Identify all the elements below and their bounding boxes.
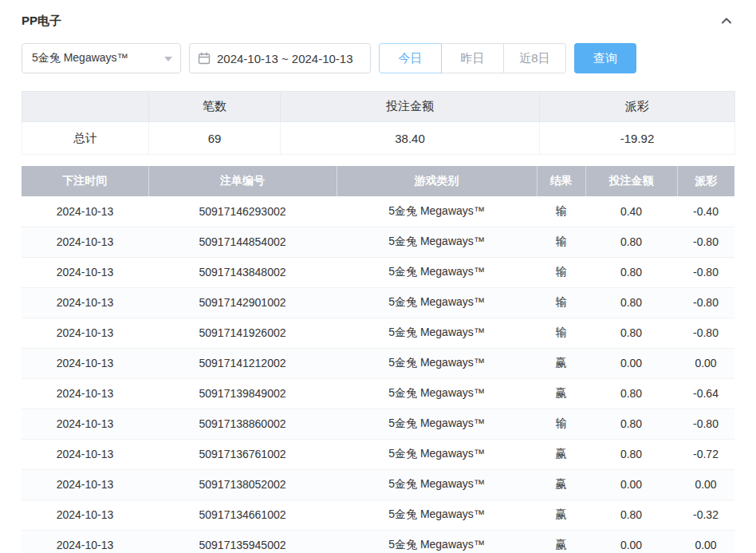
query-button[interactable]: 查询 — [574, 43, 636, 73]
cell-bet-time: 2024-10-13 — [22, 318, 148, 348]
cell-bet-amount: 0.80 — [585, 500, 677, 530]
cell-game-type: 5金兔 Megaways™ — [337, 318, 537, 348]
cell-payout: -0.80 — [677, 318, 734, 348]
table-row: 2024-10-13509171346610025金兔 Megaways™赢0.… — [22, 500, 734, 530]
cell-bet-time: 2024-10-13 — [22, 530, 148, 553]
cell-bet-time: 2024-10-13 — [22, 500, 148, 530]
summary-header-count: 笔数 — [149, 92, 281, 122]
summary-header-amount: 投注金额 — [281, 92, 540, 122]
cell-order-id: 50917141212002 — [148, 348, 337, 378]
cell-order-id: 50917134661002 — [148, 500, 337, 530]
cell-bet-time: 2024-10-13 — [22, 348, 148, 378]
summary-total-label: 总计 — [22, 122, 149, 155]
quick-button-yesterday[interactable]: 昨日 — [441, 43, 504, 73]
cell-bet-amount: 0.80 — [585, 439, 677, 469]
bet-records-table: 下注时间 注单编号 游戏类别 结果 投注金额 派彩 2024-10-135091… — [22, 166, 734, 553]
cell-order-id: 50917139849002 — [148, 378, 337, 409]
cell-result: 输 — [537, 196, 585, 227]
filter-bar: 5金兔 Megaways™ 2024-10-13 ~ 2024-10-13 今日… — [22, 43, 734, 73]
summary-table: 笔数 投注金额 派彩 总计 69 38.40 -19.92 — [22, 91, 735, 155]
cell-order-id: 50917144854002 — [148, 227, 337, 257]
cell-order-id: 50917136761002 — [148, 439, 337, 469]
pp-games-panel: PP电子 5金兔 Megaways™ 2024-10-13 ~ 2024-10-… — [0, 0, 756, 553]
table-row: 2024-10-13509171419260025金兔 Megaways™输0.… — [22, 318, 734, 348]
cell-bet-time: 2024-10-13 — [22, 227, 148, 257]
header-order-id: 注单编号 — [148, 166, 337, 196]
summary-total-row: 总计 69 38.40 -19.92 — [22, 122, 735, 155]
cell-result: 输 — [537, 287, 585, 318]
cell-bet-amount: 0.80 — [585, 287, 677, 318]
cell-bet-time: 2024-10-13 — [22, 469, 148, 500]
cell-game-type: 5金兔 Megaways™ — [337, 287, 537, 318]
cell-bet-amount: 0.80 — [585, 257, 677, 287]
cell-result: 赢 — [537, 439, 585, 469]
cell-bet-time: 2024-10-13 — [22, 287, 148, 318]
panel-header: PP电子 — [22, 13, 734, 29]
header-bet-time: 下注时间 — [22, 166, 148, 196]
cell-result: 赢 — [537, 378, 585, 409]
table-row: 2024-10-13509171462930025金兔 Megaways™输0.… — [22, 196, 734, 227]
table-row: 2024-10-13509171388600025金兔 Megaways™输0.… — [22, 409, 734, 439]
header-game-type: 游戏类别 — [337, 166, 537, 196]
date-range-input[interactable]: 2024-10-13 ~ 2024-10-13 — [189, 43, 371, 73]
header-bet-amount: 投注金额 — [585, 166, 677, 196]
cell-result: 赢 — [537, 500, 585, 530]
game-select[interactable]: 5金兔 Megaways™ — [22, 43, 181, 73]
header-result: 结果 — [537, 166, 585, 196]
cell-payout: 0.00 — [677, 530, 734, 553]
cell-order-id: 50917138052002 — [148, 469, 337, 500]
cell-payout: 0.00 — [677, 348, 734, 378]
cell-order-id: 50917142901002 — [148, 287, 337, 318]
table-row: 2024-10-13509171448540025金兔 Megaways™输0.… — [22, 227, 734, 257]
cell-order-id: 50917141926002 — [148, 318, 337, 348]
cell-bet-amount: 0.00 — [585, 469, 677, 500]
cell-payout: -0.40 — [677, 196, 734, 227]
summary-header-blank — [22, 92, 149, 122]
cell-bet-amount: 0.40 — [585, 196, 677, 227]
cell-payout: -0.32 — [677, 500, 734, 530]
cell-bet-amount: 0.80 — [585, 378, 677, 409]
panel-title: PP电子 — [22, 14, 61, 29]
cell-order-id: 50917146293002 — [148, 196, 337, 227]
cell-bet-amount: 0.80 — [585, 318, 677, 348]
cell-game-type: 5金兔 Megaways™ — [337, 500, 537, 530]
cell-payout: -0.80 — [677, 409, 734, 439]
table-row: 2024-10-13509171398490025金兔 Megaways™赢0.… — [22, 378, 734, 409]
quick-button-today[interactable]: 今日 — [379, 43, 442, 73]
cell-bet-time: 2024-10-13 — [22, 196, 148, 227]
game-select-value: 5金兔 Megaways™ — [32, 51, 128, 65]
table-row: 2024-10-13509171429010025金兔 Megaways™输0.… — [22, 287, 734, 318]
cell-game-type: 5金兔 Megaways™ — [337, 530, 537, 553]
table-row: 2024-10-13509171367610025金兔 Megaways™赢0.… — [22, 439, 734, 469]
cell-result: 赢 — [537, 530, 585, 553]
cell-order-id: 50917135945002 — [148, 530, 337, 553]
chevron-up-icon — [720, 18, 733, 30]
cell-bet-amount: 0.00 — [585, 530, 677, 553]
calendar-icon — [198, 52, 211, 65]
table-row: 2024-10-13509171438480025金兔 Megaways™输0.… — [22, 257, 734, 287]
cell-result: 输 — [537, 409, 585, 439]
cell-result: 输 — [537, 318, 585, 348]
summary-header-row: 笔数 投注金额 派彩 — [22, 92, 735, 122]
cell-bet-time: 2024-10-13 — [22, 378, 148, 409]
summary-total-count: 69 — [149, 122, 281, 155]
quick-button-last8days[interactable]: 近8日 — [503, 43, 566, 73]
cell-bet-amount: 0.80 — [585, 227, 677, 257]
cell-payout: -0.80 — [677, 257, 734, 287]
cell-bet-time: 2024-10-13 — [22, 257, 148, 287]
quick-range-group: 今日 昨日 近8日 — [379, 43, 566, 73]
cell-game-type: 5金兔 Megaways™ — [337, 257, 537, 287]
cell-result: 输 — [537, 227, 585, 257]
collapse-button[interactable] — [719, 13, 734, 29]
chevron-down-icon — [164, 57, 172, 61]
cell-payout: -0.80 — [677, 287, 734, 318]
cell-result: 赢 — [537, 469, 585, 500]
cell-game-type: 5金兔 Megaways™ — [337, 196, 537, 227]
cell-game-type: 5金兔 Megaways™ — [337, 378, 537, 409]
summary-total-amount: 38.40 — [281, 122, 540, 155]
cell-bet-amount: 0.00 — [585, 348, 677, 378]
bet-table-body: 2024-10-13509171462930025金兔 Megaways™输0.… — [22, 196, 734, 553]
cell-payout: -0.64 — [677, 378, 734, 409]
cell-payout: -0.72 — [677, 439, 734, 469]
cell-order-id: 50917143848002 — [148, 257, 337, 287]
